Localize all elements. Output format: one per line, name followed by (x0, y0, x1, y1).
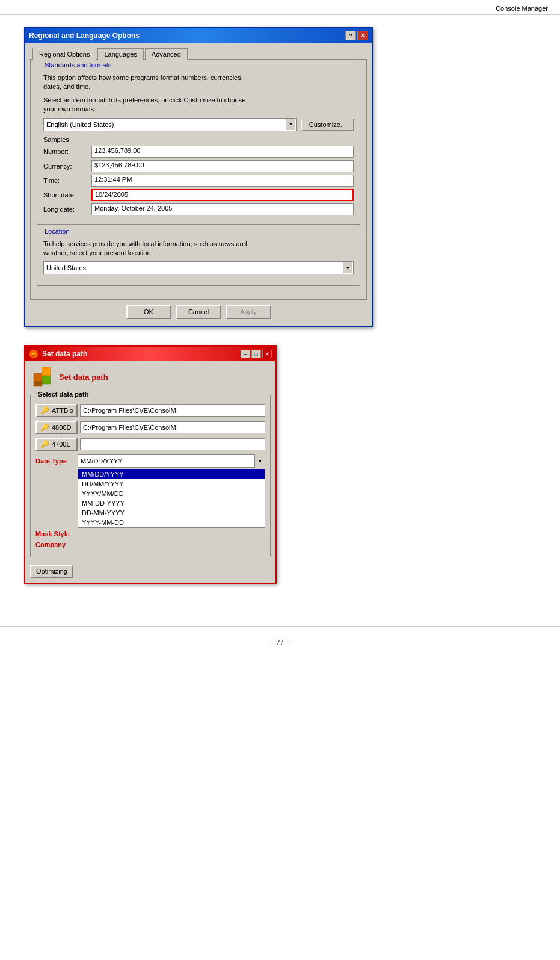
tab-regional-options[interactable]: Regional Options (32, 48, 96, 60)
apply-button[interactable]: Apply (226, 305, 271, 319)
attbio-button[interactable]: 🔑 ATTBio (35, 404, 78, 417)
d4800-label: 4800D (52, 424, 71, 431)
dialog1-close-button[interactable]: ✕ (357, 31, 368, 40)
long-date-row: Long date: Monday, October 24, 2005 (43, 203, 354, 215)
dialog2-wrapper: Set data path ─ □ ✕ Set data path (24, 345, 536, 584)
dialog2-titlebar: Set data path ─ □ ✕ (25, 347, 275, 361)
time-row: Time: 12:31:44 PM (43, 175, 354, 187)
long-date-label: Long date: (43, 206, 91, 213)
short-date-label: Short date: (43, 191, 91, 199)
date-option-mmddyyyy[interactable]: MM/DD/YYYY (78, 469, 265, 479)
d4800-row: 🔑 4800D (35, 421, 265, 434)
attbio-label: ATTBio (52, 407, 73, 414)
company-row: Company (35, 541, 265, 548)
dialog2-bottom-buttons: Optimizing (25, 562, 275, 583)
page-footer: – 77 – (0, 626, 560, 658)
samples-section: Samples Number: 123,456,789.00 Currency:… (43, 136, 354, 215)
location-content: To help services provide you with local … (43, 240, 354, 275)
currency-label: Currency: (43, 163, 91, 170)
customize-button[interactable]: Customize... (301, 119, 354, 131)
dialog1-titlebar: Regional and Language Options ? ✕ (25, 28, 372, 43)
svg-rect-5 (42, 376, 51, 384)
mask-style-label: Mask Style (35, 530, 78, 537)
svg-point-2 (32, 354, 35, 358)
dialog1-tab-bar: Regional Options Languages Advanced (30, 48, 367, 60)
dialog2-maximize-button[interactable]: □ (251, 350, 261, 358)
d4700-button[interactable]: 🔑 4700L (35, 438, 78, 451)
svg-rect-4 (42, 367, 51, 376)
d4700-label: 4700L (52, 441, 70, 448)
standards-format-select[interactable]: English (United States) (43, 118, 297, 131)
location-select[interactable]: United States (43, 261, 354, 274)
samples-label: Samples (43, 136, 354, 143)
date-type-label: Date Type (35, 457, 78, 465)
dialog1-help-button[interactable]: ? (345, 31, 356, 40)
location-select-wrapper: United States ▼ (43, 261, 354, 274)
set-data-path-dialog: Set data path ─ □ ✕ Set data path (24, 345, 277, 584)
page-number: – 77 – (271, 639, 289, 646)
dialog2-minimize-button[interactable]: ─ (241, 350, 250, 358)
dialog1-buttons: OK Cancel Apply (30, 300, 367, 321)
currency-value: $123,456,789.00 (91, 160, 354, 172)
long-date-value: Monday, October 24, 2005 (91, 203, 354, 215)
time-label: Time: (43, 177, 91, 184)
standards-format-dropdown-row: English (United States) ▼ Customize... (43, 118, 354, 131)
svg-rect-3 (34, 373, 42, 382)
tab-languages[interactable]: Languages (97, 48, 143, 60)
d4800-path-input[interactable] (80, 421, 265, 433)
dialog2-close-button[interactable]: ✕ (262, 350, 272, 358)
attbio-path-input[interactable] (80, 404, 265, 417)
location-legend: Location (42, 228, 72, 235)
attbio-key-icon: 🔑 (40, 406, 49, 415)
cube-icon (32, 366, 54, 388)
page-title: Console Manager (496, 5, 548, 12)
currency-row: Currency: $123,456,789.00 (43, 160, 354, 172)
dialog1-body: Regional Options Languages Advanced Stan… (25, 43, 372, 326)
dialog2-title-text: Set data path (42, 350, 87, 358)
date-option-mmddyyyy-dash[interactable]: MM-DD-YYYY (78, 498, 265, 508)
standards-desc2: Select an item to match its preferences,… (43, 96, 354, 114)
location-dropdown-row: United States ▼ (43, 261, 354, 274)
standards-desc1: This option affects how some programs fo… (43, 73, 354, 92)
ok-button[interactable]: OK (126, 305, 171, 319)
dialog1-title-text: Regional and Language Options (29, 31, 140, 40)
d4800-key-icon: 🔑 (40, 423, 49, 432)
dialog2-header: Set data path (25, 361, 275, 392)
number-label: Number: (43, 148, 91, 155)
dialog1-title-area: Regional and Language Options (29, 31, 140, 40)
d4700-row: 🔑 4700L (35, 438, 265, 451)
number-row: Number: 123,456,789.00 (43, 146, 354, 158)
date-type-select-wrapper: MM/DD/YYYY DD/MM/YYYY YYYY/MM/DD MM-DD-Y… (78, 454, 265, 468)
select-data-path-group: Select data path 🔑 ATTBio 🔑 4800D (30, 395, 271, 557)
location-group: Location To help services provide you wi… (37, 232, 360, 286)
dialog2-title-area: Set data path (29, 349, 87, 359)
dialog2-header-text: Set data path (59, 373, 108, 382)
attbio-row: 🔑 ATTBio (35, 404, 265, 417)
cancel-button[interactable]: Cancel (176, 305, 221, 319)
company-label: Company (35, 541, 78, 548)
d4700-path-input[interactable] (80, 438, 265, 450)
standards-formats-legend: Standards and formats (42, 61, 114, 69)
regional-language-dialog: Regional and Language Options ? ✕ Region… (24, 27, 373, 327)
flame-icon (29, 349, 38, 359)
svg-rect-6 (34, 382, 42, 386)
standards-format-select-wrapper: English (United States) ▼ (43, 118, 297, 131)
number-value: 123,456,789.00 (91, 146, 354, 158)
date-type-row: Date Type MM/DD/YYYY DD/MM/YYYY YYYY/MM/… (35, 454, 265, 468)
date-option-yyyymmdd-dash[interactable]: YYYY-MM-DD (78, 518, 265, 527)
date-option-ddmmyyyy[interactable]: DD/MM/YYYY (78, 479, 265, 489)
date-option-ddmmyyyy-dash[interactable]: DD-MM-YYYY (78, 508, 265, 518)
date-type-dropdown-open: MM/DD/YYYY DD/MM/YYYY YYYY/MM/DD MM-DD-Y… (78, 469, 265, 528)
dialog1-wrapper: Regional and Language Options ? ✕ Region… (24, 27, 536, 327)
page-header: Console Manager (0, 0, 560, 15)
standards-formats-content: This option affects how some programs fo… (43, 73, 354, 215)
mask-style-row: Mask Style (35, 530, 265, 537)
short-date-row: Short date: 10/24/2005 (43, 189, 354, 201)
optimizing-button[interactable]: Optimizing (30, 565, 73, 578)
date-option-yyyymmdd-slash[interactable]: YYYY/MM/DD (78, 489, 265, 498)
d4800-button[interactable]: 🔑 4800D (35, 421, 78, 434)
d4700-key-icon: 🔑 (40, 440, 49, 448)
tab-advanced[interactable]: Advanced (145, 48, 188, 60)
date-type-select[interactable]: MM/DD/YYYY DD/MM/YYYY YYYY/MM/DD MM-DD-Y… (78, 454, 265, 468)
short-date-value: 10/24/2005 (91, 189, 354, 201)
